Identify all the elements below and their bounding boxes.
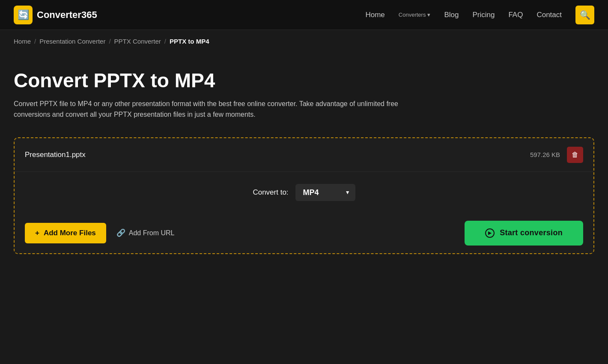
file-right: 597.26 KB 🗑 bbox=[530, 147, 583, 163]
breadcrumb-home[interactable]: Home bbox=[14, 38, 31, 45]
logo-icon: 🔄 bbox=[14, 6, 33, 24]
nav-converters[interactable]: Converters ▾ bbox=[399, 12, 431, 18]
logo-text: Converter365 bbox=[37, 9, 97, 21]
link-icon: 🔗 bbox=[116, 228, 125, 237]
bottom-row: + Add More Files 🔗 Add From URL ▶ Start … bbox=[15, 213, 593, 253]
nav-pricing[interactable]: Pricing bbox=[472, 11, 495, 19]
file-name: Presentation1.pptx bbox=[25, 151, 86, 159]
breadcrumb-presentation-converter[interactable]: Presentation Converter bbox=[39, 38, 105, 45]
trash-icon: 🗑 bbox=[572, 151, 578, 159]
start-conversion-label: Start conversion bbox=[500, 228, 563, 237]
convert-to-label: Convert to: bbox=[253, 188, 288, 197]
breadcrumb: Home / Presentation Converter / PPTX Con… bbox=[0, 30, 608, 53]
format-select[interactable]: MP4 AVI MOV WMV GIF bbox=[295, 184, 355, 201]
start-conversion-button[interactable]: ▶ Start conversion bbox=[465, 221, 583, 246]
search-button[interactable]: 🔍 bbox=[575, 6, 594, 24]
nav-blog[interactable]: Blog bbox=[444, 11, 459, 19]
play-icon: ▶ bbox=[485, 228, 495, 238]
page-title: Convert PPTX to MP4 bbox=[14, 70, 594, 92]
add-more-label: Add More Files bbox=[44, 229, 96, 237]
converters-arrow-icon: ▾ bbox=[427, 12, 430, 18]
breadcrumb-sep-2: / bbox=[109, 38, 110, 45]
breadcrumb-sep-1: / bbox=[34, 38, 36, 45]
format-select-wrapper[interactable]: MP4 AVI MOV WMV GIF bbox=[295, 184, 355, 201]
nav-faq[interactable]: FAQ bbox=[508, 11, 523, 19]
breadcrumb-pptx-converter[interactable]: PPTX Converter bbox=[114, 38, 161, 45]
convert-to-row: Convert to: MP4 AVI MOV WMV GIF bbox=[15, 172, 593, 213]
breadcrumb-sep-3: / bbox=[164, 38, 166, 45]
nav-contact[interactable]: Contact bbox=[536, 11, 562, 19]
add-from-url-button[interactable]: 🔗 Add From URL bbox=[116, 228, 175, 237]
converter-box: Presentation1.pptx 597.26 KB 🗑 Convert t… bbox=[14, 137, 594, 254]
bottom-left-actions: + Add More Files 🔗 Add From URL bbox=[25, 223, 175, 243]
file-item: Presentation1.pptx 597.26 KB 🗑 bbox=[15, 138, 593, 172]
logo[interactable]: 🔄 Converter365 bbox=[14, 6, 97, 24]
breadcrumb-current: PPTX to MP4 bbox=[170, 38, 209, 45]
nav-home[interactable]: Home bbox=[365, 11, 384, 19]
add-more-files-button[interactable]: + Add More Files bbox=[25, 223, 106, 243]
plus-icon: + bbox=[35, 229, 39, 237]
main-nav: Home Converters ▾ Blog Pricing FAQ Conta… bbox=[365, 6, 594, 24]
delete-file-button[interactable]: 🗑 bbox=[567, 147, 583, 163]
page-description: Convert PPTX file to MP4 or any other pr… bbox=[14, 98, 399, 120]
add-url-label: Add From URL bbox=[129, 229, 175, 237]
search-icon: 🔍 bbox=[580, 10, 590, 20]
file-size: 597.26 KB bbox=[530, 151, 560, 158]
